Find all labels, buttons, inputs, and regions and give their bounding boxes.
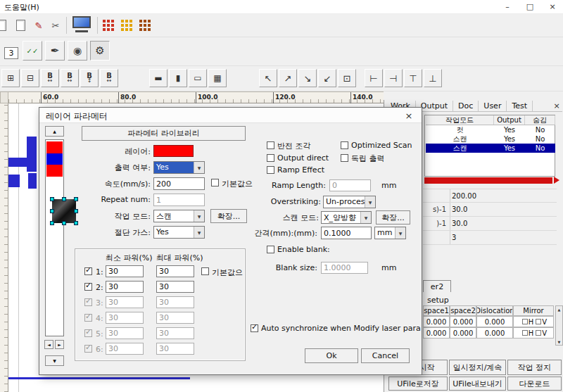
setup-mirror-cell[interactable]: H V (513, 327, 554, 339)
enable-blank-checkbox[interactable] (267, 246, 274, 253)
work-mode-dropdown[interactable]: 스캔▼ (153, 210, 205, 222)
download-button[interactable]: 다운로드 (507, 377, 562, 391)
pause-resume-button[interactable]: 일시정지/계속 (449, 360, 506, 375)
chevron-down-icon[interactable]: ▼ (395, 227, 405, 239)
optimized-scan-checkbox[interactable] (341, 141, 348, 149)
line-width-field[interactable]: 3 (4, 47, 18, 59)
move-center-icon[interactable]: ⊡ (338, 69, 356, 87)
cut-gas-dropdown[interactable]: Yes▼ (153, 226, 205, 239)
cut-icon[interactable]: ✂ (49, 18, 63, 33)
text-spacing-h-icon[interactable]: B↔ (41, 69, 59, 87)
layer-color-list[interactable] (45, 139, 64, 336)
close-button[interactable]: × (542, 0, 563, 13)
mirror-h-checkbox[interactable] (522, 319, 528, 324)
tab-layer2[interactable]: er2 (423, 280, 451, 292)
move-top-left-icon[interactable]: ↖ (259, 69, 277, 87)
invert-engrave-checkbox[interactable] (267, 141, 274, 149)
layer-color-swatch[interactable] (153, 145, 194, 157)
export-ufile-button[interactable]: UFile내보내기 (449, 377, 506, 391)
tab-doc[interactable]: Doc (453, 101, 479, 111)
selection-handle[interactable] (50, 197, 54, 201)
setup-cell[interactable]: 0.000 (450, 327, 476, 339)
tab-test[interactable]: Test (507, 101, 533, 111)
layer-list-down-button[interactable]: ▼ (45, 355, 64, 366)
align-bottom-icon[interactable]: ⊥ (424, 69, 442, 87)
column-header-mode[interactable]: 작업모드 (426, 115, 494, 125)
selected-image-object[interactable] (52, 199, 76, 223)
layer-row[interactable]: 스캔 Yes No (426, 134, 555, 144)
interval-input[interactable] (321, 227, 372, 239)
edit-pen-icon[interactable]: ✎ (32, 18, 46, 33)
selected-layer-color-bar[interactable] (424, 177, 552, 184)
setup-cell[interactable]: 0.000 (476, 316, 513, 327)
blue-artwork-fragment[interactable] (28, 173, 37, 189)
laser1-max-input[interactable] (156, 265, 194, 277)
panel-close-icon[interactable]: × (551, 101, 562, 110)
blue-artwork-bottom-line[interactable] (8, 377, 190, 379)
mirror-v-checkbox[interactable] (536, 319, 541, 324)
rectangle-icon[interactable]: ▭ (189, 69, 207, 87)
selection-handle[interactable] (62, 221, 66, 225)
interval-unit-dropdown[interactable]: mm▼ (374, 227, 406, 239)
setup-scrollbar[interactable]: ▲ ▼ (555, 305, 563, 346)
vertical-bar-icon[interactable]: ▮ (169, 69, 187, 87)
setup-mirror-cell[interactable]: H V (513, 316, 554, 327)
overstriking-dropdown[interactable]: Un-process▼ (323, 196, 376, 208)
text-spacing-h3-icon[interactable]: B↔ (100, 69, 118, 87)
minimize-button[interactable]: – (497, 0, 518, 13)
menu-help[interactable]: 도움말(H) (1, 2, 42, 13)
column-header-output[interactable]: Output (494, 115, 525, 125)
align-top-icon[interactable]: ⊤ (404, 69, 422, 87)
merge-tool-icon[interactable]: ⊟ (21, 69, 39, 87)
ok-button[interactable]: Ok (305, 348, 358, 363)
setup-cell[interactable]: 0.000 (423, 327, 450, 339)
move-bottom-left-icon[interactable]: ↙ (318, 69, 336, 87)
array-red-icon[interactable] (103, 19, 115, 31)
align-left-icon[interactable]: ⊢ (365, 69, 383, 87)
auto-sync-checkbox[interactable]: ✓ (251, 324, 258, 332)
speed-default-checkbox[interactable] (211, 179, 219, 186)
pen-tool-icon[interactable]: ✒ (45, 41, 65, 61)
layer-color-red[interactable] (46, 141, 63, 153)
scan-mode-expand-button[interactable]: 확장... (376, 210, 410, 225)
partial-icon[interactable] (0, 19, 7, 32)
stop-job-button[interactable]: 작업 정지 (507, 360, 562, 375)
setup-cell[interactable]: 0.000 (423, 316, 450, 327)
chevron-down-icon[interactable]: ▼ (194, 227, 204, 238)
output-direct-checkbox[interactable] (267, 154, 274, 162)
blue-artwork-fragment[interactable] (8, 175, 20, 187)
array-mixed-icon[interactable] (139, 19, 151, 31)
tab-user[interactable]: User (479, 101, 507, 111)
text-spacing-h2-icon[interactable]: B↔ (61, 69, 79, 87)
preview-eye-icon[interactable]: ◉ (68, 41, 87, 61)
save-ufile-button[interactable]: UFile로저장 (388, 377, 448, 391)
align-right-icon[interactable]: ⊣ (384, 69, 403, 87)
vertical-ruler[interactable] (0, 103, 8, 392)
chevron-down-icon[interactable]: ▼ (194, 162, 204, 173)
setup-cell[interactable]: 0.000 (450, 316, 476, 327)
column-header-hide[interactable]: 숨김 (525, 115, 555, 125)
layer-row[interactable]: 컷 Yes No (426, 125, 555, 134)
speed-input[interactable] (153, 177, 205, 190)
scan-mode-dropdown[interactable]: X_양방향▼ (321, 211, 372, 224)
text-spacing-v-icon[interactable]: B↕ (80, 69, 99, 87)
selection-handle[interactable] (50, 221, 54, 225)
layer-color-red2[interactable] (46, 165, 63, 177)
move-bottom-right-icon[interactable]: ↘ (298, 69, 317, 87)
selection-handle[interactable] (74, 197, 78, 201)
scroll-up-icon[interactable]: ▲ (556, 306, 562, 312)
horizontal-ruler[interactable]: 60.0 80.0 100.0 120.0 140.0 (8, 91, 384, 103)
blue-artwork-fragment[interactable] (27, 137, 37, 172)
laser1-min-input[interactable] (106, 265, 144, 277)
output-enable-dropdown[interactable]: Yes▼ (153, 161, 205, 174)
monitor-icon[interactable] (72, 16, 91, 34)
cancel-button[interactable]: Cancel (361, 348, 410, 363)
dialog-close-icon[interactable]: × (398, 108, 419, 122)
setup-cell[interactable]: 0.000 (476, 327, 513, 339)
new-document-icon[interactable] (14, 19, 27, 32)
maximize-button[interactable]: □ (519, 0, 540, 13)
selection-handle[interactable] (74, 221, 78, 225)
horizontal-bar-icon[interactable]: ▬ (149, 69, 167, 87)
laser2-max-input[interactable] (156, 281, 194, 293)
layer-color-blue[interactable] (46, 153, 63, 165)
